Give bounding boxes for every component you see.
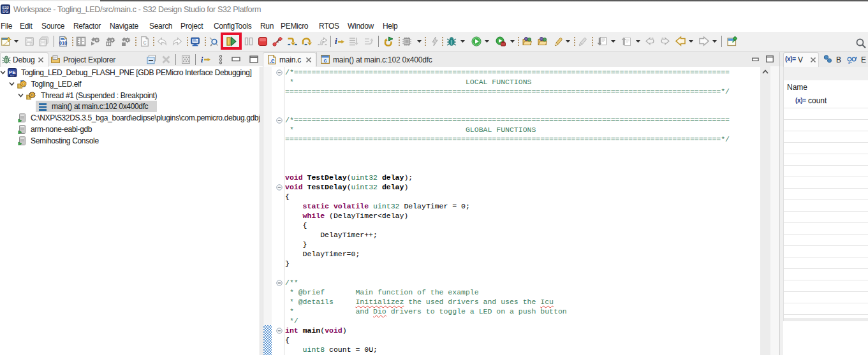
svg-text:c: c bbox=[323, 57, 327, 64]
svg-text:x=: x= bbox=[848, 61, 852, 64]
svg-text:010: 010 bbox=[59, 40, 68, 46]
svg-text:micro: micro bbox=[10, 75, 15, 77]
svg-text:i: i bbox=[335, 36, 337, 46]
svg-text:DS: DS bbox=[3, 9, 9, 13]
svg-text:PE: PE bbox=[9, 69, 16, 75]
svg-text:c: c bbox=[143, 39, 147, 46]
svg-text:.c: .c bbox=[269, 57, 275, 64]
svg-text:i: i bbox=[201, 55, 203, 64]
